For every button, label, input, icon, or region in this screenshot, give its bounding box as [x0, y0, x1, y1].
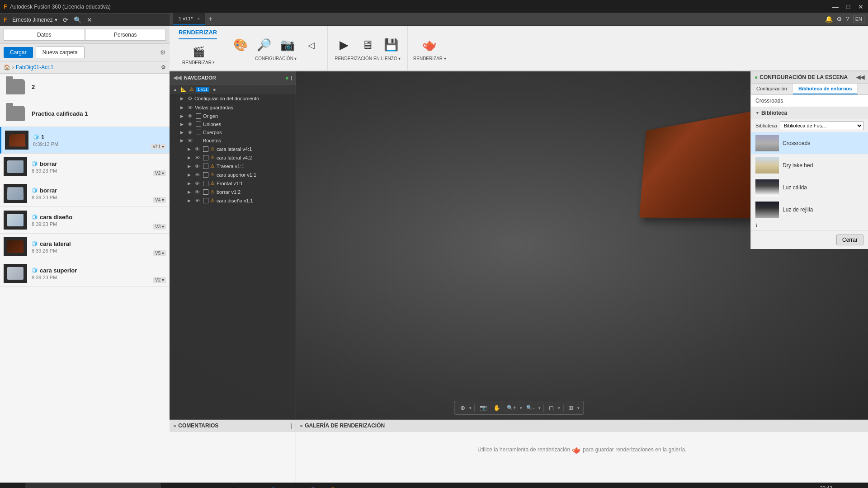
taskbar-mail[interactable]: 📧	[204, 483, 222, 488]
vp-zoom-out-btn[interactable]: 🔍-	[524, 404, 537, 412]
taskbar-chat[interactable]: 💬	[224, 483, 242, 488]
nav-root-item[interactable]: ▲ 📐 ⚠ 1 v11 ●	[170, 84, 296, 94]
scene-tab-configuracion[interactable]: Configuración	[751, 84, 793, 94]
active-tab[interactable]: 1 v11* ×	[173, 13, 206, 25]
lienzo-screen-btn[interactable]: 🖥	[357, 36, 378, 54]
taskbar-teams[interactable]: 👥	[284, 483, 302, 488]
list-item[interactable]: Practica calificada 1	[0, 100, 170, 127]
list-item[interactable]: 🧊 borrar 8:39:23 PM V2	[0, 154, 170, 180]
clock-time: 20:42	[807, 485, 832, 488]
gallery-header: ● GALERÍA DE RENDERIZACIÓN	[296, 420, 868, 432]
taskbar-fusion[interactable]: 🟠	[324, 483, 342, 488]
nav-back-icon[interactable]: ◀◀	[173, 75, 181, 81]
breadcrumb-settings-icon[interactable]: ⚙	[161, 64, 166, 70]
file-version[interactable]: V3	[153, 224, 166, 230]
env-item-crossroads[interactable]: Crossroads	[751, 132, 868, 155]
env-item-luzcalida[interactable]: Luz cálida	[751, 177, 868, 199]
maximize-btn[interactable]: □	[844, 3, 852, 10]
scene-expand-icon[interactable]: ◀◀	[856, 74, 864, 80]
scene-tab-biblioteca[interactable]: Biblioteca de entornos	[793, 84, 858, 94]
tab-notifications[interactable]: 🔔	[825, 15, 833, 23]
scene-library-select[interactable]: Biblioteca de Fus...	[780, 121, 863, 130]
breadcrumb-home-icon[interactable]: 🏠	[4, 64, 10, 70]
render-preview-btn[interactable]: 🔎	[253, 36, 275, 54]
list-item[interactable]: 🧊 cara diseño 8:39:23 PM V3	[0, 207, 170, 234]
render-camera-btn[interactable]: 📷	[277, 36, 298, 54]
breadcrumb-item[interactable]: FabDig01-Act.1	[16, 64, 53, 70]
vp-zoom-dropdown[interactable]: ▾	[520, 406, 522, 410]
add-tab-btn[interactable]: +	[206, 15, 215, 23]
minimize-btn[interactable]: —	[832, 3, 839, 10]
nav-item[interactable]: ▶ 👁 Origen	[170, 112, 296, 120]
list-item[interactable]: 🧊 borrar 8:39:23 PM V4	[0, 180, 170, 207]
nav-item[interactable]: ▶ 👁 ⚠ cara lateral v4:1	[170, 145, 296, 153]
vp-zoom-out-dropdown[interactable]: ▾	[538, 406, 541, 410]
taskbar-spotify[interactable]: 🎵	[244, 483, 262, 488]
user-menu[interactable]: Ernesto Jimenez ▾	[12, 17, 57, 23]
vp-grid-btn[interactable]: ⊞	[566, 403, 576, 413]
taskbar-search[interactable]: 🔍 Escribe aquí para buscar	[25, 483, 161, 488]
vp-orbit-btn[interactable]: ⊕	[458, 403, 467, 413]
lienzo-play-btn[interactable]: ▶	[333, 36, 355, 54]
taskbar-start-btn[interactable]: ⊞	[4, 483, 22, 488]
file-version[interactable]: V4	[153, 197, 166, 203]
viewport[interactable]: ◀◀ NAVEGADOR ● | ▲ 📐 ⚠ 1 v11	[170, 71, 868, 419]
nav-collapse-icon[interactable]: |	[291, 75, 292, 80]
taskbar-files[interactable]: 📁	[184, 483, 203, 488]
list-item[interactable]: 🧊 cara lateral 8:39:26 PM V5	[0, 234, 170, 260]
taskbar-app1[interactable]: 🔮	[304, 483, 322, 488]
nav-item[interactable]: ▶ ⚙ Configuración del documento	[170, 94, 296, 103]
env-item-luzrejilla[interactable]: Luz de rejilla	[751, 199, 868, 221]
btn-datos[interactable]: Datos	[4, 29, 85, 41]
sync-btn[interactable]: ⟳	[63, 16, 68, 23]
nav-item[interactable]: ▶ 👁 ⚠ cara lateral v4:2	[170, 153, 296, 162]
nav-item[interactable]: ▶ 👁 ⚠ Frontal v1:1	[170, 179, 296, 188]
btn-cargar[interactable]: Cargar	[4, 47, 33, 58]
file-version[interactable]: V2	[153, 170, 166, 176]
vp-orbit-dropdown[interactable]: ▾	[469, 406, 472, 410]
nav-item[interactable]: ▶ 👁 Uniones	[170, 120, 296, 128]
renderizar-dropdown-btn[interactable]: 🎬 RENDERIZAR ▾	[179, 43, 218, 67]
nav-item[interactable]: ▶ 👁 Vistas guardadas	[170, 103, 296, 112]
search-btn[interactable]: 🔍	[74, 16, 81, 23]
list-item[interactable]: 🧊 cara superior 8:39:23 PM V2	[0, 260, 170, 287]
render-color-btn[interactable]: 🎨	[230, 36, 251, 54]
tab-account[interactable]: EN	[853, 15, 864, 23]
nav-item[interactable]: ▶ 👁 ⚠ Trasera v1:1	[170, 162, 296, 170]
file-version[interactable]: V2	[153, 277, 166, 283]
close-search-btn[interactable]: ✕	[87, 16, 92, 23]
nav-item[interactable]: ▶ 👁 Cuerpos	[170, 128, 296, 136]
scene-close-btn[interactable]: Cerrar	[836, 235, 863, 245]
nav-item[interactable]: ▶ 👁 ⚠ cara diseño v1:1	[170, 196, 296, 205]
vp-grid-dropdown[interactable]: ▾	[577, 406, 580, 410]
file-version[interactable]: V11	[151, 144, 166, 150]
taskbar-clock[interactable]: 20:42 31/03/2022	[807, 485, 832, 488]
nav-item[interactable]: ▶ 👁 ⚠ cara superior v1:1	[170, 170, 296, 179]
nav-item[interactable]: ▶ 👁 ⚠ borrar v1:2	[170, 188, 296, 196]
vp-pan-btn[interactable]: ✋	[491, 403, 503, 413]
ribbon-renderizar-btn[interactable]: 🎬 RENDERIZAR ▾	[179, 43, 218, 67]
settings-gear-btn[interactable]: ⚙	[160, 49, 166, 56]
lienzo-save-btn[interactable]: 💾	[380, 36, 402, 54]
nav-item[interactable]: ▶ 👁 Bocetos	[170, 136, 296, 145]
tab-help[interactable]: ?	[846, 15, 849, 23]
comments-collapse-icon[interactable]: |	[291, 422, 292, 429]
render-back-btn[interactable]: ◁	[300, 36, 322, 54]
env-item-drylake[interactable]: Dry lake bed	[751, 155, 868, 177]
list-item[interactable]: 2	[0, 74, 170, 100]
ribbon-tab-renderizar[interactable]: RENDERIZAR	[179, 29, 217, 39]
list-item[interactable]: 🧊 1 8:39:13 PM V11	[0, 127, 170, 154]
tab-settings[interactable]: ⚙	[836, 15, 842, 23]
taskbar-task-view[interactable]: ⧉	[165, 483, 183, 488]
btn-nueva-carpeta[interactable]: Nueva carpeta	[36, 47, 85, 58]
vp-zoom-in-btn[interactable]: 🔍+	[505, 404, 518, 412]
vp-display-btn[interactable]: ◻	[547, 403, 556, 413]
vp-camera-btn[interactable]: 📷	[477, 403, 489, 413]
btn-personas[interactable]: Personas	[85, 29, 166, 41]
tab-close-btn[interactable]: ×	[197, 16, 200, 21]
close-btn[interactable]: ✕	[857, 3, 864, 10]
teapot-btn[interactable]: 🫖	[419, 36, 440, 54]
vp-display-dropdown[interactable]: ▾	[558, 406, 560, 410]
file-version[interactable]: V5	[153, 250, 166, 256]
taskbar-browser[interactable]: 🌐	[264, 483, 282, 488]
